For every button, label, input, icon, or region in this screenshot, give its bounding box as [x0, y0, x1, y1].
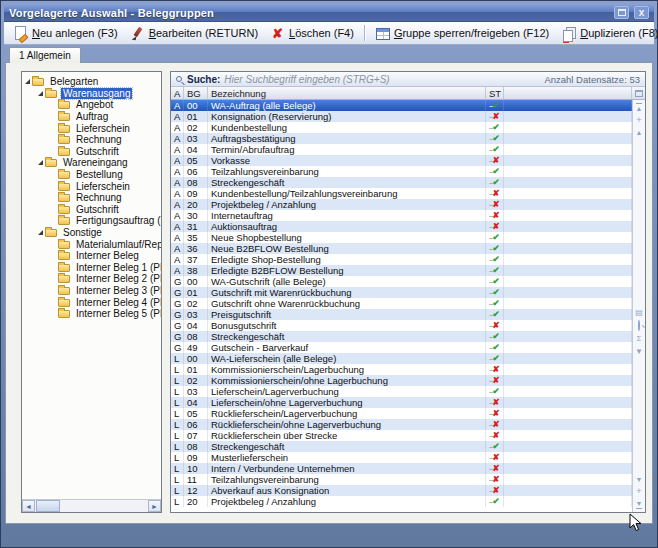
column-header-st[interactable]: ST — [486, 87, 504, 99]
tree-item-gutschrift[interactable]: Gutschrift — [25, 146, 159, 158]
table-row[interactable]: G49Gutschein - Barverkauf✔ — [171, 342, 632, 353]
table-row[interactable]: A38Erledigte B2BFLOW Bestellung✔ — [171, 265, 632, 276]
tab-allgemein[interactable]: 1 Allgemein — [9, 47, 81, 63]
table-row[interactable]: A01Konsignation (Reservierung)✘ — [171, 111, 632, 122]
table-row[interactable]: A08Streckengeschäft✔ — [171, 177, 632, 188]
grid-search-bar[interactable]: Suche: Hier Suchbegriff eingeben (STRG+S… — [171, 72, 645, 87]
grid-view-icon[interactable]: ▤ — [635, 309, 643, 317]
table-row[interactable]: G02Gutschrift ohne Warenrückbuchung✔ — [171, 298, 632, 309]
scrollbar-track[interactable] — [60, 500, 148, 512]
tree-item-wareneingang[interactable]: Wareneingang — [25, 157, 159, 169]
grid-rows[interactable]: A00WA-Auftrag (alle Belege)✔A01Konsignat… — [171, 100, 632, 512]
table-row[interactable]: L10Intern / Verbundene Unternehmen✘ — [171, 463, 632, 474]
delete-button[interactable]: ✘ Löschen (F4) — [265, 24, 359, 43]
table-row[interactable]: G00WA-Gutschrift (alle Belege)✔ — [171, 276, 632, 287]
scroll-right-icon[interactable]: ► — [148, 500, 161, 512]
tree-item-sonstige[interactable]: Sonstige — [25, 227, 159, 239]
tree-expander-icon[interactable] — [38, 91, 43, 96]
close-button[interactable]: x — [634, 6, 649, 19]
tree-item-materialumlauf-reparatur[interactable]: Materialumlauf/Reparatur — [25, 238, 159, 250]
tree-item-warenausgang[interactable]: Warenausgang — [25, 88, 159, 100]
insert-row-icon[interactable]: + — [636, 116, 641, 125]
table-row[interactable]: A20Projektbeleg / Anzahlung✘ — [171, 199, 632, 210]
edit-button[interactable]: Bearbeiten (RETURN) — [125, 24, 263, 43]
table-row[interactable]: A06Teilzahlungsvereinbarung✔ — [171, 166, 632, 177]
tree-item-bestellung[interactable]: Bestellung — [25, 169, 159, 181]
table-row[interactable]: A30Internetauftrag✘ — [171, 210, 632, 221]
tree-item-interner-beleg-3-pps[interactable]: Interner Beleg 3 (PPS) — [25, 285, 159, 297]
table-row[interactable]: L20Projektbeleg / Anzahlung✔ — [171, 496, 632, 507]
table-row[interactable]: L08Streckengeschäft✔ — [171, 441, 632, 452]
tree-expander-icon[interactable] — [25, 79, 30, 84]
tree-horizontal-scrollbar[interactable]: ◄ ► — [22, 499, 161, 512]
tree-item-lieferschein[interactable]: Lieferschein — [25, 122, 159, 134]
grid-side-strip[interactable]: ▲ + ▲ ▤ Σ ▼ ▼ + ▼ — [632, 100, 645, 512]
search-input[interactable]: Hier Suchbegriff eingeben (STRG+S) — [224, 74, 389, 85]
table-row[interactable]: G08Streckengeschäft✔ — [171, 331, 632, 342]
cell-bezeichnung: Neue B2BFLOW Bestellung — [208, 243, 486, 254]
tree-item-interner-beleg-4-pps[interactable]: Interner Beleg 4 (PPS) — [25, 296, 159, 308]
table-row[interactable]: L04Lieferschein/ohne Lagerverbuchung✘ — [171, 397, 632, 408]
table-row[interactable]: G03Preisgutschrift✔ — [171, 309, 632, 320]
column-header-a[interactable]: A — [171, 87, 184, 99]
scroll-left-icon[interactable]: ◄ — [22, 500, 35, 512]
tree-item-fertigungsauftrag-pps[interactable]: Fertigungsauftrag (PPS) — [25, 215, 159, 227]
tree-item-auftrag[interactable]: Auftrag — [25, 111, 159, 123]
table-row[interactable]: G01Gutschrift mit Warenrückbuchung✔ — [171, 287, 632, 298]
scroll-to-bottom-icon[interactable]: ▼ — [636, 500, 643, 509]
table-row[interactable]: L09Musterlieferschein✘ — [171, 452, 632, 463]
table-row[interactable]: A37Erledigte Shop-Bestellung✔ — [171, 254, 632, 265]
table-row[interactable]: L06Rücklieferschein/ohne Lagerverbuchung… — [171, 419, 632, 430]
tree-item-lieferschein[interactable]: Lieferschein — [25, 180, 159, 192]
column-chooser-button[interactable] — [632, 87, 645, 99]
cell-bg-number: 38 — [184, 265, 208, 276]
tree-item-angebot[interactable]: Angebot — [25, 99, 159, 111]
table-row[interactable]: L00WA-Lieferschein (alle Belege)✔ — [171, 353, 632, 364]
table-row[interactable]: A00WA-Auftrag (alle Belege)✔ — [171, 100, 632, 111]
table-row[interactable]: L02Kommissionierschein/ohne Lagerbuchung… — [171, 375, 632, 386]
tree-expander-icon[interactable] — [38, 160, 43, 165]
table-row[interactable]: L07Rücklieferschein über Strecke✘ — [171, 430, 632, 441]
document-type-tree[interactable]: BelegartenWarenausgangAngebotAuftragLief… — [22, 72, 161, 499]
duplicate-button[interactable]: Duplizieren (F8) — [556, 24, 658, 43]
column-header-bg[interactable]: BG — [184, 87, 208, 99]
table-row[interactable]: L12Abverkauf aus Konsignation✘ — [171, 485, 632, 496]
table-row[interactable]: L05Rücklieferschein/Lagerverbuchung✘ — [171, 408, 632, 419]
tree-item-interner-beleg-1-pps[interactable]: Interner Beleg 1 (PPS) — [25, 262, 159, 274]
table-row[interactable]: A36Neue B2BFLOW Bestellung✔ — [171, 243, 632, 254]
tree-item-rechnung[interactable]: Rechnung — [25, 192, 159, 204]
table-row[interactable]: G04Bonusgutschrift✘ — [171, 320, 632, 331]
scrollbar-thumb[interactable] — [36, 500, 60, 512]
table-row[interactable]: A31Auktionsauftrag✘ — [171, 221, 632, 232]
table-row[interactable]: A35Neue Shopbestellung✔ — [171, 232, 632, 243]
column-header-bezeichnung[interactable]: Bezeichnung — [208, 87, 486, 99]
table-row[interactable]: A03Auftragsbestätigung✔ — [171, 133, 632, 144]
table-row[interactable]: A04Termin/Abrufauftrag✔ — [171, 144, 632, 155]
table-row[interactable]: A02Kundenbestellung✔ — [171, 122, 632, 133]
table-row[interactable]: L01Kommissionierschein/Lagerbuchung✘ — [171, 364, 632, 375]
search-icon[interactable] — [638, 322, 640, 330]
scroll-to-top-icon[interactable]: ▲ — [636, 103, 643, 112]
tree-expander-icon[interactable] — [38, 230, 43, 235]
tree-item-belegarten[interactable]: Belegarten — [25, 76, 159, 88]
tree-item-interner-beleg[interactable]: Interner Beleg — [25, 250, 159, 262]
insert-row-icon[interactable]: + — [636, 487, 641, 496]
restore-button[interactable] — [614, 6, 629, 19]
cell-empty — [504, 210, 632, 221]
table-row[interactable]: A05Vorkasse✘ — [171, 155, 632, 166]
tree-item-interner-beleg-5-pps[interactable]: Interner Beleg 5 (PPS) — [25, 308, 159, 320]
group-lock-button[interactable]: Gruppe sperren/freigeben (F12) — [370, 24, 554, 43]
new-button[interactable]: Neu anlegen (F3) — [8, 24, 123, 43]
table-row[interactable]: L03Lieferschein/Lagerverbuchung✔ — [171, 386, 632, 397]
tree-item-gutschrift[interactable]: Gutschrift — [25, 204, 159, 216]
sum-icon[interactable]: Σ — [637, 335, 642, 343]
tree-item-rechnung[interactable]: Rechnung — [25, 134, 159, 146]
scroll-down-icon[interactable]: ▼ — [636, 476, 643, 483]
tree-item-interner-beleg-2-pps[interactable]: Interner Beleg 2 (PPS) — [25, 273, 159, 285]
filter-icon[interactable]: ▼ — [635, 348, 643, 356]
table-row[interactable]: A09Kundenbestellung/Teilzahlungsvereinba… — [171, 188, 632, 199]
title-bar[interactable]: Vorgelagerte Auswahl - Beleggruppen x — [4, 4, 654, 22]
scroll-up-icon[interactable]: ▲ — [636, 129, 643, 136]
table-row[interactable]: L11Teilzahlungsvereinbarung✘ — [171, 474, 632, 485]
column-header-empty[interactable] — [504, 87, 632, 99]
